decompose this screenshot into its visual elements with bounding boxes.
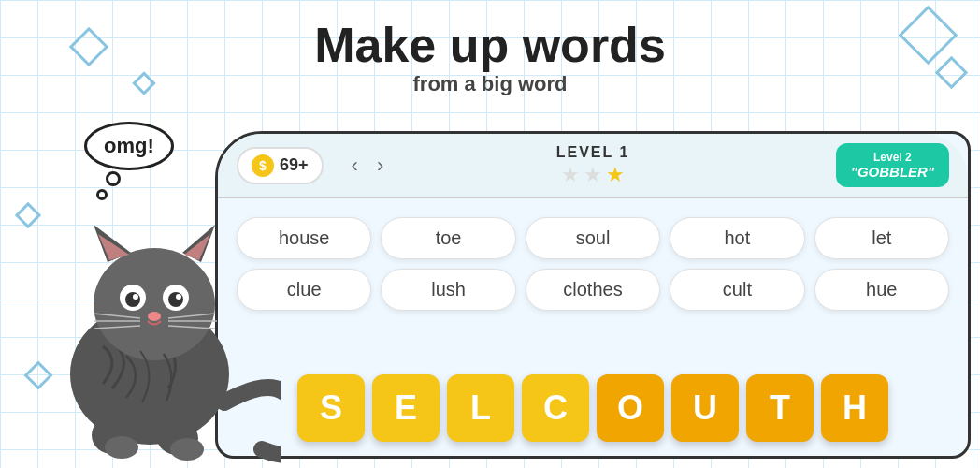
- page-title: Make up words: [0, 19, 980, 72]
- stars-row: ★ ★ ★: [556, 163, 630, 187]
- nav-left-button[interactable]: ‹: [342, 150, 368, 182]
- letter-tile-C[interactable]: C: [522, 374, 589, 442]
- title-area: Make up words from a big word: [0, 19, 980, 96]
- top-bar: $ 69+ ‹ LEVEL 1 ★ ★ ★ › Level 2 "GOBBLER…: [218, 134, 968, 198]
- badge-level-title: Level 2: [851, 151, 934, 164]
- page-subtitle: from a big word: [0, 72, 980, 96]
- cat-area: [0, 131, 299, 468]
- letter-tile-S[interactable]: S: [297, 374, 365, 442]
- star-1: ★: [561, 163, 580, 187]
- svg-point-16: [148, 312, 161, 321]
- level2-badge[interactable]: Level 2 "GOBBLER": [836, 143, 949, 187]
- letter-tile-H[interactable]: H: [821, 374, 888, 442]
- letter-tile-U[interactable]: U: [671, 374, 739, 442]
- star-3: ★: [606, 163, 625, 187]
- badge-level-word: "GOBBLER": [851, 164, 934, 180]
- letter-tile-E[interactable]: E: [372, 374, 440, 442]
- svg-point-15: [176, 294, 181, 300]
- svg-point-4: [105, 436, 138, 459]
- word-chip-lush[interactable]: lush: [381, 269, 515, 311]
- star-2: ★: [584, 163, 602, 187]
- level-label: LEVEL 1: [556, 144, 630, 161]
- svg-point-5: [94, 248, 215, 360]
- svg-point-12: [125, 292, 140, 307]
- word-chip-toe[interactable]: toe: [381, 217, 515, 259]
- words-area: housetoesoulhotletcluelushclothesculthue: [218, 198, 968, 320]
- word-chip-clothes[interactable]: clothes: [526, 269, 660, 311]
- game-panel: $ 69+ ‹ LEVEL 1 ★ ★ ★ › Level 2 "GOBBLER…: [215, 131, 971, 459]
- speech-bubble: omg!: [84, 122, 174, 170]
- cat-illustration: [19, 150, 281, 468]
- letter-tile-O[interactable]: O: [597, 374, 664, 442]
- word-chip-cult[interactable]: cult: [670, 269, 804, 311]
- speech-text: omg!: [104, 134, 154, 157]
- svg-point-3: [170, 438, 204, 461]
- word-chip-hue[interactable]: hue: [814, 269, 949, 311]
- word-chip-let[interactable]: let: [814, 217, 949, 259]
- svg-point-14: [133, 294, 138, 300]
- word-chip-hot[interactable]: hot: [670, 217, 804, 259]
- letter-tile-T[interactable]: T: [746, 374, 814, 442]
- level-center: LEVEL 1 ★ ★ ★: [556, 144, 630, 187]
- letter-tile-L[interactable]: L: [447, 374, 514, 442]
- svg-point-13: [168, 292, 183, 307]
- tiles-row: SELCOUTH: [297, 374, 888, 442]
- word-chip-soul[interactable]: soul: [526, 217, 660, 259]
- nav-right-button[interactable]: ›: [368, 150, 393, 182]
